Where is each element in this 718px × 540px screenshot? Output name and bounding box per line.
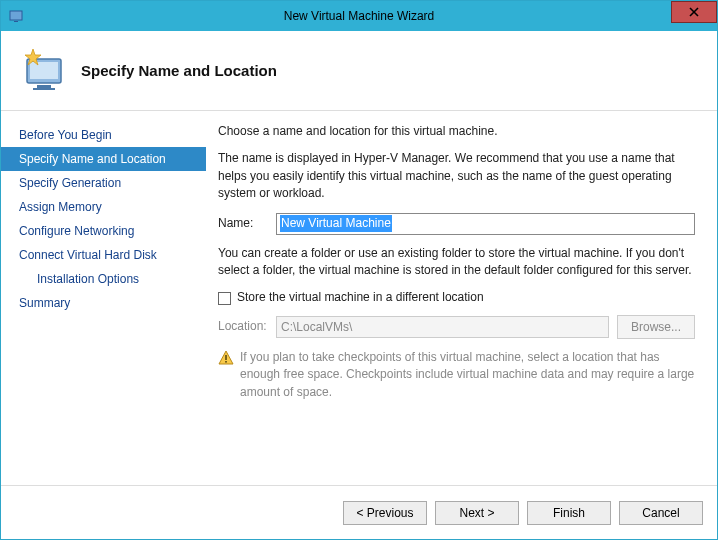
location-input: [276, 316, 609, 338]
app-icon: [9, 8, 25, 24]
wizard-step[interactable]: Assign Memory: [1, 195, 206, 219]
name-input-value: New Virtual Machine: [280, 215, 392, 232]
svg-rect-10: [225, 355, 227, 360]
intro-text: Choose a name and location for this virt…: [218, 123, 695, 140]
monitor-star-icon: [19, 47, 67, 95]
location-label: Location:: [218, 318, 276, 335]
wizard-content: Choose a name and location for this virt…: [206, 111, 717, 485]
cancel-button[interactable]: Cancel: [619, 501, 703, 525]
wizard-step[interactable]: Connect Virtual Hard Disk: [1, 243, 206, 267]
store-location-checkbox-label: Store the virtual machine in a different…: [237, 289, 484, 306]
svg-rect-0: [10, 11, 22, 20]
store-location-checkbox-row: Store the virtual machine in a different…: [218, 289, 695, 306]
folder-help-text: You can create a folder or use an existi…: [218, 245, 695, 280]
page-title: Specify Name and Location: [81, 62, 277, 79]
name-input[interactable]: New Virtual Machine: [276, 213, 695, 235]
title-bar: New Virtual Machine Wizard: [1, 1, 717, 31]
browse-button: Browse...: [617, 315, 695, 339]
svg-rect-11: [225, 361, 227, 363]
warning-text: If you plan to take checkpoints of this …: [240, 349, 695, 401]
close-button[interactable]: [671, 1, 717, 23]
warning-icon: [218, 350, 234, 366]
wizard-step[interactable]: Summary: [1, 291, 206, 315]
finish-button[interactable]: Finish: [527, 501, 611, 525]
close-icon: [689, 7, 699, 17]
wizard-body: Before You BeginSpecify Name and Locatio…: [1, 111, 717, 485]
name-row: Name: New Virtual Machine: [218, 213, 695, 235]
location-row: Location: Browse...: [218, 315, 695, 339]
wizard-step[interactable]: Installation Options: [1, 267, 206, 291]
store-location-checkbox[interactable]: [218, 292, 231, 305]
next-button[interactable]: Next >: [435, 501, 519, 525]
wizard-window: New Virtual Machine Wizard Specify Name …: [0, 0, 718, 540]
wizard-header: Specify Name and Location: [1, 31, 717, 111]
wizard-footer: < Previous Next > Finish Cancel: [1, 485, 717, 539]
svg-rect-6: [37, 85, 51, 88]
svg-rect-1: [14, 21, 18, 22]
wizard-step[interactable]: Before You Begin: [1, 123, 206, 147]
name-label: Name:: [218, 215, 276, 232]
svg-rect-5: [30, 62, 58, 79]
warning-row: If you plan to take checkpoints of this …: [218, 349, 695, 401]
svg-rect-7: [33, 88, 55, 90]
wizard-sidebar: Before You BeginSpecify Name and Locatio…: [1, 111, 206, 485]
wizard-step[interactable]: Specify Generation: [1, 171, 206, 195]
name-help-text: The name is displayed in Hyper-V Manager…: [218, 150, 695, 202]
wizard-step[interactable]: Configure Networking: [1, 219, 206, 243]
window-title: New Virtual Machine Wizard: [1, 9, 717, 23]
previous-button[interactable]: < Previous: [343, 501, 427, 525]
wizard-step[interactable]: Specify Name and Location: [1, 147, 206, 171]
